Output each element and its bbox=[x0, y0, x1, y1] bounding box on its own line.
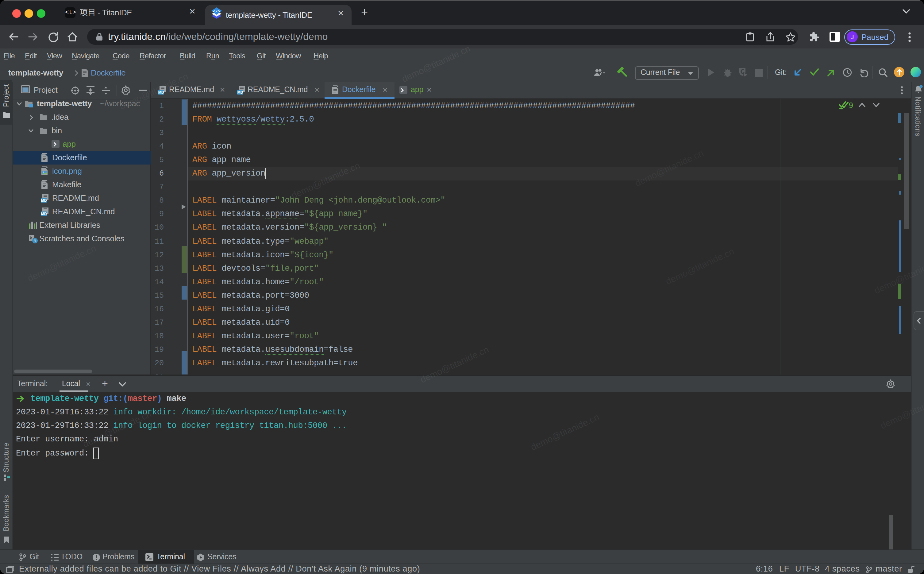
svg-text:MD: MD bbox=[237, 90, 243, 94]
svg-text:</>: </> bbox=[213, 9, 220, 14]
svg-text:MD: MD bbox=[158, 90, 164, 94]
svg-text:MD: MD bbox=[41, 211, 47, 216]
svg-text:MD: MD bbox=[41, 198, 47, 202]
